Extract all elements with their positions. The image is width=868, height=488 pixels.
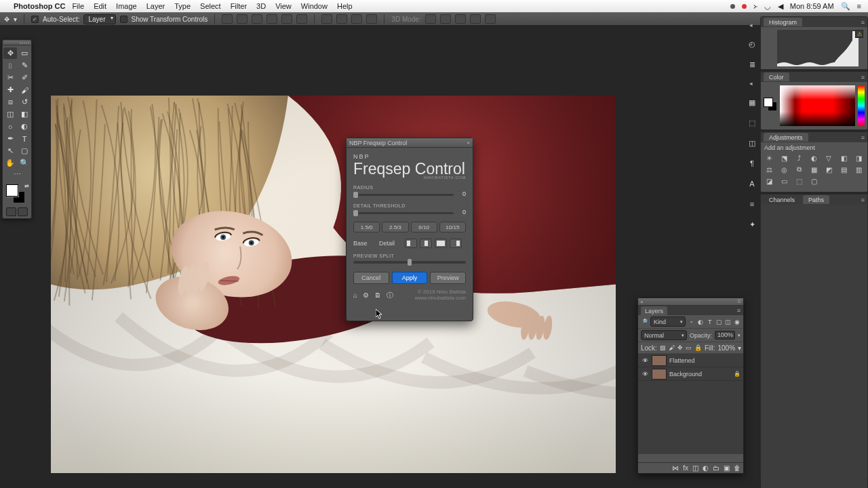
marquee-tool-icon[interactable]: ▭ xyxy=(18,47,31,59)
distribute-v-icon[interactable] xyxy=(336,14,347,24)
shape-tool-icon[interactable]: ▢ xyxy=(18,145,31,157)
align-center-v-icon[interactable] xyxy=(281,14,292,24)
view-mode-1-button[interactable] xyxy=(405,239,417,248)
hue-adjustment-icon[interactable]: ◧ xyxy=(839,153,848,163)
brush-tool-icon[interactable]: 🖌 xyxy=(18,84,31,96)
align-top-icon[interactable] xyxy=(267,14,277,24)
color-tab[interactable]: Color xyxy=(764,73,789,81)
cancel-button[interactable]: Cancel xyxy=(353,272,389,284)
fg-color-swatch[interactable] xyxy=(6,184,18,197)
adjustments-tab[interactable]: Adjustments xyxy=(764,133,808,142)
preview-split-slider[interactable] xyxy=(353,261,466,264)
opacity-value[interactable]: 100% xyxy=(715,331,735,340)
navigator-panel-icon[interactable]: ✦ xyxy=(746,218,758,230)
menu-select[interactable]: Select xyxy=(200,2,221,10)
histogram-tab[interactable]: Histogram xyxy=(764,18,802,26)
lock-position-icon[interactable]: ✥ xyxy=(677,344,683,352)
color-fgbg-swatch[interactable] xyxy=(764,98,777,114)
blend-mode-dropdown[interactable]: Normal xyxy=(641,330,687,340)
lookup-adjustment-icon[interactable]: ▦ xyxy=(809,165,818,174)
close-panel-icon[interactable]: × xyxy=(640,299,644,305)
menu-filter[interactable]: Filter xyxy=(231,2,247,10)
threshold-adjustment-icon[interactable]: ▥ xyxy=(854,165,863,174)
options-presets-dropdown[interactable]: ▾ xyxy=(14,16,17,23)
menubar-status-icon[interactable] xyxy=(730,4,735,9)
layer-thumbnail[interactable] xyxy=(652,369,667,380)
panel-menu-icon[interactable]: ≡ xyxy=(861,134,865,141)
gear-icon[interactable]: ⚙ xyxy=(363,291,369,299)
styles-panel-icon[interactable]: ⬚ xyxy=(746,117,758,129)
swatches-panel-icon[interactable]: ▦ xyxy=(746,96,758,108)
3d-scale-icon[interactable] xyxy=(485,14,496,24)
panel-menu-icon[interactable]: ≡ xyxy=(737,307,741,314)
paragraph-panel-icon[interactable]: A xyxy=(746,178,758,190)
menu-layer[interactable]: Layer xyxy=(146,2,165,10)
invert-adjustment-icon[interactable]: ◩ xyxy=(824,165,833,174)
paths-tab[interactable]: Paths xyxy=(803,195,829,204)
filter-adjust-icon[interactable]: ◐ xyxy=(698,318,705,326)
pen-tool-icon[interactable]: ✒ xyxy=(3,133,17,144)
properties-panel-icon[interactable]: ◫ xyxy=(746,137,758,149)
layers-tab[interactable]: Layers xyxy=(641,306,667,315)
filter-pixel-icon[interactable]: ▫ xyxy=(688,318,695,326)
posterize-adjustment-icon[interactable]: ▤ xyxy=(839,165,848,174)
levels-adjustment-icon[interactable]: ⬔ xyxy=(779,153,789,163)
3d-pan-icon[interactable] xyxy=(440,14,451,24)
preview-button[interactable]: Preview xyxy=(430,272,466,284)
menubar-clock[interactable]: Mon 8:59 AM xyxy=(790,2,834,10)
histogram-warning-icon[interactable]: ⚠ xyxy=(855,30,863,38)
lock-artboard-icon[interactable]: ▭ xyxy=(686,344,692,352)
expand-panels-icon[interactable]: ◂ xyxy=(746,20,755,30)
layer-item[interactable]: 👁 Background 🔒 xyxy=(638,367,743,381)
filter-type-icon[interactable]: T xyxy=(707,318,713,326)
more-adjustment-icon-2[interactable]: ▢ xyxy=(809,176,818,186)
fg-bg-swatches[interactable]: ⇄ xyxy=(3,183,31,205)
app-name[interactable]: Photoshop CC xyxy=(14,2,65,10)
align-left-icon[interactable] xyxy=(222,14,233,24)
menubar-volume-icon[interactable]: ◀ xyxy=(778,2,783,11)
panel-grip-icon[interactable]: ⠿ xyxy=(737,299,741,305)
preset-button[interactable]: 2.5/3 xyxy=(382,222,408,232)
fill-value[interactable]: 100% xyxy=(717,344,735,352)
stamp-tool-icon[interactable]: ⧇ xyxy=(3,96,17,108)
gradient-tool-icon[interactable]: ◧ xyxy=(18,108,31,120)
layer-filter-kind-dropdown[interactable]: Kind xyxy=(650,317,686,327)
info-panel-icon[interactable]: ≡ xyxy=(746,198,758,210)
more-adjustment-icon[interactable]: ⬚ xyxy=(794,176,804,186)
curves-adjustment-icon[interactable]: ⤴ xyxy=(794,153,804,163)
layer-thumbnail[interactable] xyxy=(652,355,667,366)
menubar-wifi-icon[interactable]: ◡ xyxy=(764,2,771,11)
align-bottom-icon[interactable] xyxy=(296,14,307,24)
path-tool-icon[interactable]: ↖ xyxy=(3,145,17,157)
lasso-tool-icon[interactable]: 𖡎 xyxy=(3,60,17,71)
panel-menu-icon[interactable]: ≡ xyxy=(861,19,865,26)
layer-fx-icon[interactable]: fx xyxy=(683,464,688,472)
panel-menu-icon[interactable]: ≡ xyxy=(861,74,865,81)
menu-file[interactable]: File xyxy=(72,2,84,10)
align-center-h-icon[interactable] xyxy=(237,14,248,24)
menu-image[interactable]: Image xyxy=(116,2,137,10)
gradient-map-adjustment-icon[interactable]: ▭ xyxy=(779,176,789,186)
photo-filter-adjustment-icon[interactable]: ◎ xyxy=(779,165,789,174)
layer-item[interactable]: 👁 Flattened xyxy=(638,354,743,367)
exposure-adjustment-icon[interactable]: ◐ xyxy=(809,153,818,163)
close-icon[interactable]: × xyxy=(467,140,470,146)
character-panel-icon[interactable]: ¶ xyxy=(746,157,758,169)
filter-smart-icon[interactable]: ◫ xyxy=(725,318,732,326)
link-layers-icon[interactable]: ⋈ xyxy=(672,464,679,472)
history-panel-icon[interactable]: ◴ xyxy=(746,38,758,50)
brightness-adjustment-icon[interactable]: ☀ xyxy=(764,153,774,163)
menu-view[interactable]: View xyxy=(275,2,292,10)
3d-roll-icon[interactable] xyxy=(455,14,466,24)
channel-mixer-adjustment-icon[interactable]: ⧉ xyxy=(794,165,804,174)
align-right-icon[interactable] xyxy=(252,14,262,24)
history-brush-tool-icon[interactable]: ↺ xyxy=(18,96,31,108)
crop-tool-icon[interactable]: ✂ xyxy=(3,72,17,83)
color-balance-adjustment-icon[interactable]: ⚖ xyxy=(764,165,774,174)
3d-slide-icon[interactable] xyxy=(470,14,481,24)
home-icon[interactable]: ⌂ xyxy=(353,291,357,299)
dodge-tool-icon[interactable]: ◐ xyxy=(18,121,31,132)
zoom-tool-icon[interactable]: 🔍 xyxy=(18,157,31,169)
menu-edit[interactable]: Edit xyxy=(94,2,106,10)
visibility-icon[interactable]: 👁 xyxy=(641,357,649,364)
